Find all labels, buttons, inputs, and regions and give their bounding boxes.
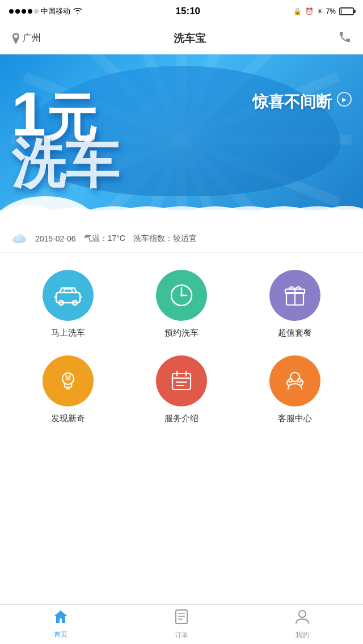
menu-label-wash-now: 马上洗车 xyxy=(51,328,85,338)
location-label: 广州 xyxy=(23,32,41,44)
location-icon xyxy=(11,33,20,44)
gift-icon xyxy=(282,282,308,308)
menu-label-discover: 发现新奇 xyxy=(51,413,85,424)
status-right: 🔒 ⏰ ✳ 7% xyxy=(293,7,354,15)
svg-point-32 xyxy=(19,237,26,242)
tab-home[interactable]: 首页 xyxy=(0,605,121,644)
phone-icon[interactable] xyxy=(338,30,352,47)
wifi-icon xyxy=(73,7,83,16)
menu-item-packages[interactable]: 超值套餐 xyxy=(238,270,352,338)
menu-circle-wash-now xyxy=(43,270,94,321)
svg-rect-59 xyxy=(176,610,187,624)
calendar-icon xyxy=(168,368,195,394)
menu-item-wash-now[interactable]: 马上洗车 xyxy=(11,270,125,338)
svg-text:M: M xyxy=(65,374,71,382)
bluetooth-icon: ✳ xyxy=(317,7,323,15)
weather-index: 洗车指数：较适宜 xyxy=(133,234,197,244)
menu-item-discover[interactable]: M 发现新奇 xyxy=(11,355,125,424)
menu-circle-service-intro xyxy=(156,355,207,406)
menu-item-book-wash[interactable]: 预约洗车 xyxy=(125,270,238,338)
bulb-icon: M xyxy=(55,368,81,394)
menu-grid: 马上洗车 预约洗车 超值套餐 xyxy=(0,253,363,435)
car-icon xyxy=(54,285,82,306)
tab-profile-label: 我的 xyxy=(296,630,309,640)
clock-icon xyxy=(168,282,195,308)
menu-item-service-intro[interactable]: 服务介绍 xyxy=(125,355,238,424)
banner-play-button[interactable]: ▶ xyxy=(337,92,352,107)
weather-temp: 气温：17°C xyxy=(84,234,125,244)
battery-icon xyxy=(339,7,354,15)
lock-icon: 🔒 xyxy=(293,7,302,15)
nav-location[interactable]: 广州 xyxy=(11,32,41,44)
banner-wash-text: 洗车 xyxy=(11,137,119,190)
tab-orders[interactable]: 订单 xyxy=(121,605,242,644)
banner[interactable]: 1元 洗车 惊喜不间断 ▶ xyxy=(0,54,363,224)
signal-dots xyxy=(9,9,39,14)
svg-point-57 xyxy=(289,379,292,382)
carrier-label: 中国移动 xyxy=(41,6,70,16)
menu-circle-book-wash xyxy=(156,270,207,321)
tab-bar: 首页 订单 我的 xyxy=(0,604,363,644)
menu-label-customer-service: 客服中心 xyxy=(278,413,312,424)
svg-point-63 xyxy=(299,611,306,617)
menu-label-book-wash: 预约洗车 xyxy=(164,328,199,338)
headset-icon xyxy=(282,368,308,394)
status-bar: 中国移动 15:10 🔒 ⏰ ✳ 7% xyxy=(0,0,363,23)
svg-rect-28 xyxy=(0,210,363,224)
tab-orders-label: 订单 xyxy=(175,630,188,640)
profile-tab-icon xyxy=(295,609,310,628)
orders-tab-icon xyxy=(175,609,188,628)
nav-title: 洗车宝 xyxy=(174,31,206,46)
weather-cloud-icon xyxy=(11,232,27,245)
nav-bar: 广州 洗车宝 xyxy=(0,23,363,54)
tab-profile[interactable]: 我的 xyxy=(242,605,363,644)
tab-home-label: 首页 xyxy=(54,630,67,639)
menu-label-service-intro: 服务介绍 xyxy=(164,413,199,424)
banner-sub-text: 惊喜不间断 xyxy=(252,91,332,113)
menu-circle-packages xyxy=(269,270,320,321)
status-time: 15:10 xyxy=(176,6,200,17)
menu-item-customer-service[interactable]: 客服中心 xyxy=(238,355,352,424)
menu-circle-customer-service xyxy=(269,355,320,406)
alarm-icon: ⏰ xyxy=(305,7,314,15)
svg-point-58 xyxy=(298,379,301,382)
svg-point-42 xyxy=(180,294,183,296)
home-tab-icon xyxy=(53,609,69,628)
weather-date: 2015-02-06 xyxy=(35,234,76,243)
menu-circle-discover: M xyxy=(43,355,94,406)
status-left: 中国移动 xyxy=(9,6,83,16)
weather-bar: 2015-02-06 气温：17°C 洗车指数：较适宜 xyxy=(0,224,363,253)
battery-percent: 7% xyxy=(326,7,336,15)
menu-label-packages: 超值套餐 xyxy=(278,328,312,338)
